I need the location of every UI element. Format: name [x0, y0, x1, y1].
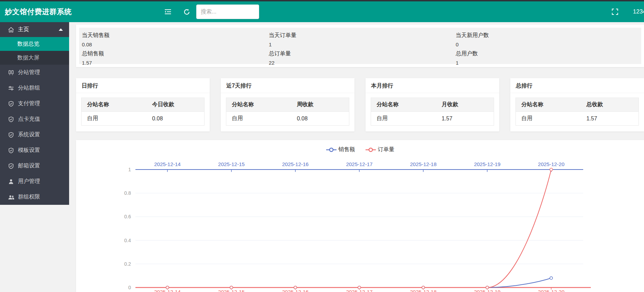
rank-card-week: 近7天排行 分站名称 周收款 自用 0.08 — [221, 78, 354, 131]
svg-text:2025-12-20: 2025-12-20 — [538, 161, 565, 167]
search-input[interactable] — [197, 5, 259, 19]
svg-text:0: 0 — [128, 285, 131, 290]
sidebar-item-label: 点卡充值 — [18, 116, 40, 123]
rank-card-title: 本月排行 — [366, 78, 499, 93]
columns-icon — [8, 69, 15, 76]
svg-text:2025-12-18: 2025-12-18 — [410, 289, 437, 292]
rank-card-total: 总排行 分站名称 总收款 自用 1.57 — [510, 78, 644, 131]
svg-text:0.2: 0.2 — [124, 261, 131, 267]
column-header: 分站名称 — [226, 98, 292, 112]
line-circle-icon — [366, 147, 376, 152]
legend-item-orders[interactable]: 订单量 — [366, 146, 395, 153]
sidebar-item-site-management[interactable]: 分站管理 — [0, 65, 69, 80]
svg-text:2025-12-14: 2025-12-14 — [154, 161, 181, 167]
sidebar-item-data-overview[interactable]: 数据总览 — [0, 37, 69, 51]
svg-text:2025-12-16: 2025-12-16 — [282, 289, 309, 292]
svg-text:2025-12-15: 2025-12-15 — [218, 161, 245, 167]
sidebar-item-label: 分站管理 — [18, 69, 40, 76]
column-header: 分站名称 — [516, 98, 581, 112]
rank-table: 分站名称 今日收款 自用 0.08 — [81, 98, 205, 126]
sidebar-item-mailbox-settings[interactable]: 邮箱设置 — [0, 158, 69, 174]
sidebar-item-card-recharge[interactable]: 点卡充值 — [0, 111, 69, 127]
chevron-up-icon — [59, 28, 63, 31]
stats-summary-card: 当天销售额 0.08 当天订单量 1 当天新用户数 0 总销售额 1.57 总订… — [76, 25, 644, 67]
sidebar-item-template-settings[interactable]: 模板设置 — [0, 143, 69, 158]
stat-value: 1 — [269, 42, 456, 47]
column-header: 月收款 — [436, 98, 494, 112]
stat-value: 0 — [456, 42, 638, 47]
fullscreen-icon[interactable] — [609, 6, 621, 18]
rank-table: 分站名称 周收款 自用 0.08 — [226, 98, 349, 126]
svg-text:2025-12-20: 2025-12-20 — [538, 289, 565, 292]
rank-card-month: 本月排行 分站名称 月收款 自用 1.57 — [366, 78, 499, 131]
sidebar-item-label: 邮箱设置 — [18, 162, 40, 170]
shield-check-icon — [8, 147, 15, 154]
rank-card-title: 日排行 — [76, 78, 210, 93]
stat-value: 1 — [456, 60, 638, 66]
home-icon — [8, 26, 15, 33]
stat-label: 总用户数 — [456, 50, 638, 57]
rank-table: 分站名称 总收款 自用 1.57 — [515, 98, 639, 126]
svg-text:1: 1 — [128, 167, 131, 172]
sidebar-item-label: 主页 — [18, 26, 29, 33]
line-circle-icon — [326, 147, 337, 152]
rank-card-title: 近7天排行 — [221, 78, 354, 93]
username[interactable]: 12345 — [633, 1, 644, 22]
stat-today-sales: 当天销售额 0.08 — [82, 32, 269, 50]
svg-text:2025-12-17: 2025-12-17 — [346, 161, 373, 167]
legend-item-sales[interactable]: 销售额 — [326, 146, 355, 153]
user-icon — [8, 178, 15, 185]
stat-value: 22 — [269, 60, 456, 66]
column-header: 分站名称 — [371, 98, 436, 112]
shield-check-icon — [8, 100, 15, 107]
svg-text:2025-12-19: 2025-12-19 — [474, 289, 501, 292]
cell-site-name: 自用 — [371, 112, 436, 126]
sidebar-item-label: 模板设置 — [18, 147, 40, 154]
sidebar-item-label: 分站群组 — [18, 84, 40, 92]
column-header: 分站名称 — [82, 98, 147, 112]
cell-amount: 0.08 — [291, 112, 349, 126]
legend-label: 销售额 — [339, 146, 355, 153]
sidebar-nav: 主页 数据总览 数据大屏 分站管理 — [0, 22, 69, 205]
column-header: 总收款 — [581, 98, 638, 112]
sidebar-item-data-screen[interactable]: 数据大屏 — [0, 51, 69, 65]
sidebar-item-label: 数据总览 — [17, 40, 39, 48]
shield-check-icon — [8, 116, 15, 123]
column-header: 周收款 — [291, 98, 349, 112]
sidebar-item-payment-management[interactable]: 支付管理 — [0, 96, 69, 111]
sliders-icon — [8, 85, 15, 92]
menu-collapse-icon[interactable] — [162, 6, 174, 18]
stat-label: 总订单量 — [269, 50, 456, 57]
stat-label: 当天订单量 — [269, 32, 456, 39]
svg-text:2025-12-15: 2025-12-15 — [218, 289, 245, 292]
stat-value: 1.57 — [82, 60, 269, 66]
cell-amount: 0.08 — [146, 112, 204, 126]
cell-site-name: 自用 — [82, 112, 147, 126]
sidebar-item-site-groups[interactable]: 分站群组 — [0, 80, 69, 96]
sidebar-item-label: 数据大屏 — [17, 54, 39, 62]
rank-card-title: 总排行 — [510, 78, 644, 93]
cell-site-name: 自用 — [226, 112, 292, 126]
shield-check-icon — [8, 163, 15, 170]
header-bar: 妙文馆付费进群系统 12345 — [0, 1, 644, 22]
search-box — [196, 4, 259, 19]
sidebar-item-home[interactable]: 主页 — [0, 22, 69, 37]
svg-text:0.4: 0.4 — [124, 238, 131, 243]
table-row: 自用 0.08 — [226, 112, 349, 126]
svg-text:2025-12-14: 2025-12-14 — [154, 289, 181, 292]
sidebar-item-group-permissions[interactable]: 群组权限 — [0, 189, 69, 205]
stat-label: 总销售额 — [82, 50, 269, 57]
sidebar-item-user-management[interactable]: 用户管理 — [0, 174, 69, 189]
chart-legend: 销售额 订单量 — [76, 146, 644, 153]
shield-check-icon — [8, 131, 15, 138]
svg-text:2025-12-19: 2025-12-19 — [474, 161, 501, 167]
sidebar-item-system-settings[interactable]: 系统设置 — [0, 127, 69, 143]
cell-amount: 1.57 — [436, 112, 494, 126]
table-row: 自用 1.57 — [371, 112, 494, 126]
table-row: 自用 0.08 — [82, 112, 205, 126]
rank-card-daily: 日排行 分站名称 今日收款 自用 0.08 — [76, 78, 210, 131]
rank-table: 分站名称 月收款 自用 1.57 — [371, 98, 494, 126]
legend-label: 订单量 — [378, 146, 395, 153]
users-icon — [8, 194, 15, 201]
refresh-icon[interactable] — [180, 6, 193, 18]
